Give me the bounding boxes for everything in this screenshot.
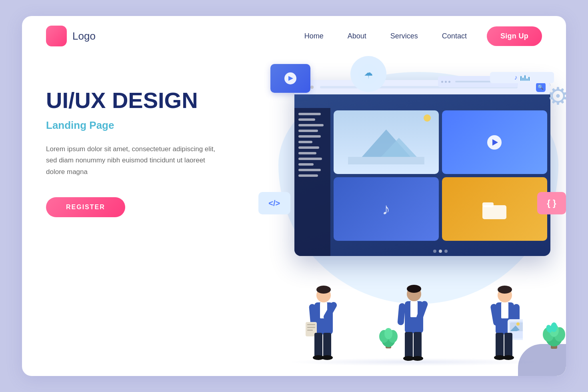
hero-left: UI/UX DESIGN Landing Page Lorem ipsum do… [46, 64, 254, 217]
monitor-bottom-dots [330, 250, 550, 253]
float-braces-icon: { } [537, 192, 566, 214]
code-line-1 [298, 113, 321, 115]
svg-rect-18 [307, 330, 313, 331]
svg-rect-16 [307, 324, 315, 325]
bottom-dot-2 [439, 250, 442, 253]
monitor-content-grid: ♪ [330, 107, 550, 244]
hero-subtitle: Landing Page [46, 119, 254, 132]
bottom-dot-1 [433, 250, 436, 253]
braces-text: { } [547, 198, 556, 208]
bar-3 [524, 75, 526, 81]
plant-right-svg [542, 314, 566, 350]
hero-title: UI/UX DESIGN [46, 88, 254, 113]
person-left-svg [306, 284, 342, 364]
float-gear-icon: ⚙ [542, 80, 566, 112]
svg-point-49 [516, 322, 520, 326]
nav-home[interactable]: Home [304, 32, 324, 40]
bar-4 [526, 78, 528, 81]
svg-text:↑: ↑ [367, 74, 370, 80]
code-line-11 [298, 169, 321, 171]
mountain-svg [334, 120, 439, 164]
code-line-7 [298, 146, 320, 149]
code-line-6 [298, 141, 312, 143]
mini-dot-1 [441, 81, 443, 83]
logo-icon [46, 26, 67, 46]
person-right-svg [487, 284, 523, 364]
mini-dot-2 [445, 81, 447, 83]
svg-rect-34 [405, 332, 413, 358]
svg-point-9 [316, 286, 331, 294]
bar-5 [528, 77, 530, 81]
cloud-upload-svg: ☁ ↑ [358, 64, 378, 84]
plant-left-svg [378, 318, 398, 350]
plant-right [542, 314, 566, 352]
person-left [306, 284, 342, 364]
svg-rect-6 [482, 205, 506, 219]
svg-rect-20 [323, 333, 331, 357]
image-placeholder [334, 110, 439, 174]
play-triangle-float [288, 76, 293, 81]
register-button[interactable]: REGISTER [46, 197, 125, 217]
svg-rect-51 [504, 333, 512, 357]
folder-svg [482, 199, 506, 219]
float-video-card [270, 64, 310, 93]
folder-display [442, 177, 547, 241]
play-button-main [487, 135, 502, 150]
svg-point-37 [412, 356, 423, 361]
svg-point-53 [503, 355, 514, 360]
sun-icon [424, 114, 431, 122]
svg-rect-33 [398, 303, 406, 325]
music-note-icon: ♪ [514, 74, 517, 81]
nav-services[interactable]: Services [390, 32, 418, 40]
gear-icon: ⚙ [547, 82, 566, 110]
svg-point-29 [407, 285, 421, 293]
bar-1 [520, 76, 522, 81]
navbar: Logo Home About Services Contact Sign Up [22, 16, 566, 56]
svg-point-39 [498, 286, 512, 294]
mini-dot-3 [448, 81, 450, 83]
bottom-dot-3 [444, 250, 448, 253]
bar-2 [522, 78, 524, 81]
music-note-card: ♪ [382, 200, 390, 218]
monitor-card-music: ♪ [334, 177, 439, 241]
code-line-10 [298, 163, 314, 166]
svg-rect-35 [414, 332, 422, 358]
people-area [286, 260, 554, 364]
plant-left [378, 318, 398, 352]
monitor-card-folder [442, 177, 547, 241]
code-line-4 [298, 130, 318, 132]
music-bars [520, 74, 530, 81]
svg-rect-5 [348, 157, 424, 164]
monitor-sidebar [294, 108, 330, 256]
code-line-8 [298, 152, 317, 154]
nav-contact[interactable]: Contact [442, 32, 467, 40]
float-code-icon: </> [258, 192, 290, 214]
svg-rect-17 [307, 327, 315, 328]
hero-description: Lorem ipsum dolor sit amet, consectetuer… [46, 144, 218, 178]
logo-area: Logo [46, 26, 96, 46]
main-monitor: 🔍 [294, 80, 550, 256]
page-container: Logo Home About Services Contact Sign Up… [22, 16, 566, 376]
code-tag-text: </> [268, 199, 280, 208]
monitor-dot-3 [310, 86, 314, 89]
nav-about[interactable]: About [348, 32, 366, 40]
svg-rect-19 [314, 333, 322, 357]
hero-right: ☁ ↑ ♪ ⚙ [254, 64, 542, 376]
code-line-5 [298, 135, 321, 138]
hero-section: UI/UX DESIGN Landing Page Lorem ipsum do… [22, 56, 566, 376]
code-line-2 [298, 118, 315, 121]
code-line-12 [298, 174, 318, 177]
monitor-card-video [442, 110, 547, 174]
float-cloud-icon: ☁ ↑ [350, 56, 386, 92]
logo-text: Logo [72, 30, 96, 42]
signup-button[interactable]: Sign Up [487, 26, 542, 46]
nav-links: Home About Services Contact [304, 32, 467, 40]
svg-rect-7 [482, 202, 494, 207]
play-triangle-main [492, 139, 498, 146]
monitor-card-image [334, 110, 439, 174]
svg-rect-42 [501, 302, 508, 318]
svg-rect-50 [496, 333, 504, 357]
person-center [396, 284, 432, 364]
play-button-float [284, 72, 296, 84]
svg-rect-31 [410, 301, 418, 317]
